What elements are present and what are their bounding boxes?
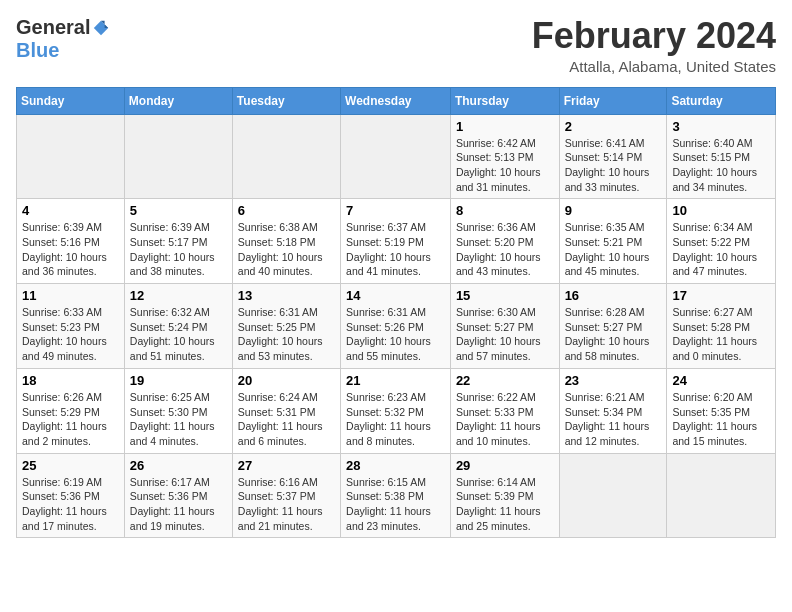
calendar-cell: 24Sunrise: 6:20 AMSunset: 5:35 PMDayligh… [667, 368, 776, 453]
calendar-cell: 2Sunrise: 6:41 AMSunset: 5:14 PMDaylight… [559, 114, 667, 199]
calendar-cell: 12Sunrise: 6:32 AMSunset: 5:24 PMDayligh… [124, 284, 232, 369]
day-info: Sunrise: 6:14 AMSunset: 5:39 PMDaylight:… [456, 475, 554, 534]
day-info: Sunrise: 6:27 AMSunset: 5:28 PMDaylight:… [672, 305, 770, 364]
day-number: 1 [456, 119, 554, 134]
day-number: 29 [456, 458, 554, 473]
day-number: 6 [238, 203, 335, 218]
location: Attalla, Alabama, United States [532, 58, 776, 75]
calendar-cell: 9Sunrise: 6:35 AMSunset: 5:21 PMDaylight… [559, 199, 667, 284]
day-number: 17 [672, 288, 770, 303]
day-number: 10 [672, 203, 770, 218]
calendar-cell: 8Sunrise: 6:36 AMSunset: 5:20 PMDaylight… [450, 199, 559, 284]
header-cell-saturday: Saturday [667, 87, 776, 114]
day-info: Sunrise: 6:24 AMSunset: 5:31 PMDaylight:… [238, 390, 335, 449]
day-info: Sunrise: 6:39 AMSunset: 5:17 PMDaylight:… [130, 220, 227, 279]
calendar-cell: 3Sunrise: 6:40 AMSunset: 5:15 PMDaylight… [667, 114, 776, 199]
day-info: Sunrise: 6:31 AMSunset: 5:26 PMDaylight:… [346, 305, 445, 364]
calendar-cell [17, 114, 125, 199]
day-number: 11 [22, 288, 119, 303]
calendar-cell [341, 114, 451, 199]
day-number: 20 [238, 373, 335, 388]
calendar-cell: 5Sunrise: 6:39 AMSunset: 5:17 PMDaylight… [124, 199, 232, 284]
header-cell-monday: Monday [124, 87, 232, 114]
day-info: Sunrise: 6:34 AMSunset: 5:22 PMDaylight:… [672, 220, 770, 279]
day-info: Sunrise: 6:30 AMSunset: 5:27 PMDaylight:… [456, 305, 554, 364]
day-info: Sunrise: 6:32 AMSunset: 5:24 PMDaylight:… [130, 305, 227, 364]
day-number: 25 [22, 458, 119, 473]
day-number: 5 [130, 203, 227, 218]
day-info: Sunrise: 6:23 AMSunset: 5:32 PMDaylight:… [346, 390, 445, 449]
calendar-cell [124, 114, 232, 199]
calendar-cell: 4Sunrise: 6:39 AMSunset: 5:16 PMDaylight… [17, 199, 125, 284]
week-row-5: 25Sunrise: 6:19 AMSunset: 5:36 PMDayligh… [17, 453, 776, 538]
day-info: Sunrise: 6:42 AMSunset: 5:13 PMDaylight:… [456, 136, 554, 195]
calendar-cell [559, 453, 667, 538]
calendar-table: SundayMondayTuesdayWednesdayThursdayFrid… [16, 87, 776, 539]
day-number: 3 [672, 119, 770, 134]
logo-blue-text: Blue [16, 39, 59, 62]
calendar-cell: 17Sunrise: 6:27 AMSunset: 5:28 PMDayligh… [667, 284, 776, 369]
header-cell-wednesday: Wednesday [341, 87, 451, 114]
day-info: Sunrise: 6:25 AMSunset: 5:30 PMDaylight:… [130, 390, 227, 449]
calendar-cell: 26Sunrise: 6:17 AMSunset: 5:36 PMDayligh… [124, 453, 232, 538]
header-cell-thursday: Thursday [450, 87, 559, 114]
day-info: Sunrise: 6:39 AMSunset: 5:16 PMDaylight:… [22, 220, 119, 279]
calendar-cell: 29Sunrise: 6:14 AMSunset: 5:39 PMDayligh… [450, 453, 559, 538]
title-block: February 2024 Attalla, Alabama, United S… [532, 16, 776, 75]
day-info: Sunrise: 6:26 AMSunset: 5:29 PMDaylight:… [22, 390, 119, 449]
calendar-cell: 19Sunrise: 6:25 AMSunset: 5:30 PMDayligh… [124, 368, 232, 453]
day-info: Sunrise: 6:35 AMSunset: 5:21 PMDaylight:… [565, 220, 662, 279]
day-number: 9 [565, 203, 662, 218]
calendar-cell: 22Sunrise: 6:22 AMSunset: 5:33 PMDayligh… [450, 368, 559, 453]
day-info: Sunrise: 6:22 AMSunset: 5:33 PMDaylight:… [456, 390, 554, 449]
calendar-cell: 20Sunrise: 6:24 AMSunset: 5:31 PMDayligh… [232, 368, 340, 453]
calendar-cell: 6Sunrise: 6:38 AMSunset: 5:18 PMDaylight… [232, 199, 340, 284]
day-number: 14 [346, 288, 445, 303]
day-info: Sunrise: 6:41 AMSunset: 5:14 PMDaylight:… [565, 136, 662, 195]
header-cell-tuesday: Tuesday [232, 87, 340, 114]
calendar-cell: 1Sunrise: 6:42 AMSunset: 5:13 PMDaylight… [450, 114, 559, 199]
header-row: SundayMondayTuesdayWednesdayThursdayFrid… [17, 87, 776, 114]
day-number: 4 [22, 203, 119, 218]
day-number: 18 [22, 373, 119, 388]
day-number: 16 [565, 288, 662, 303]
calendar-cell: 7Sunrise: 6:37 AMSunset: 5:19 PMDaylight… [341, 199, 451, 284]
calendar-body: 1Sunrise: 6:42 AMSunset: 5:13 PMDaylight… [17, 114, 776, 538]
logo-icon [92, 19, 110, 37]
day-number: 13 [238, 288, 335, 303]
week-row-3: 11Sunrise: 6:33 AMSunset: 5:23 PMDayligh… [17, 284, 776, 369]
day-number: 27 [238, 458, 335, 473]
calendar-cell: 27Sunrise: 6:16 AMSunset: 5:37 PMDayligh… [232, 453, 340, 538]
day-number: 24 [672, 373, 770, 388]
day-info: Sunrise: 6:40 AMSunset: 5:15 PMDaylight:… [672, 136, 770, 195]
day-number: 15 [456, 288, 554, 303]
day-info: Sunrise: 6:31 AMSunset: 5:25 PMDaylight:… [238, 305, 335, 364]
day-number: 12 [130, 288, 227, 303]
day-info: Sunrise: 6:15 AMSunset: 5:38 PMDaylight:… [346, 475, 445, 534]
calendar-cell: 10Sunrise: 6:34 AMSunset: 5:22 PMDayligh… [667, 199, 776, 284]
week-row-2: 4Sunrise: 6:39 AMSunset: 5:16 PMDaylight… [17, 199, 776, 284]
calendar-cell: 13Sunrise: 6:31 AMSunset: 5:25 PMDayligh… [232, 284, 340, 369]
day-info: Sunrise: 6:36 AMSunset: 5:20 PMDaylight:… [456, 220, 554, 279]
calendar-cell: 21Sunrise: 6:23 AMSunset: 5:32 PMDayligh… [341, 368, 451, 453]
calendar-cell: 28Sunrise: 6:15 AMSunset: 5:38 PMDayligh… [341, 453, 451, 538]
calendar-cell: 23Sunrise: 6:21 AMSunset: 5:34 PMDayligh… [559, 368, 667, 453]
month-year: February 2024 [532, 16, 776, 56]
day-info: Sunrise: 6:38 AMSunset: 5:18 PMDaylight:… [238, 220, 335, 279]
day-info: Sunrise: 6:21 AMSunset: 5:34 PMDaylight:… [565, 390, 662, 449]
day-info: Sunrise: 6:20 AMSunset: 5:35 PMDaylight:… [672, 390, 770, 449]
day-number: 19 [130, 373, 227, 388]
day-number: 26 [130, 458, 227, 473]
day-info: Sunrise: 6:16 AMSunset: 5:37 PMDaylight:… [238, 475, 335, 534]
logo: General Blue [16, 16, 110, 62]
day-info: Sunrise: 6:17 AMSunset: 5:36 PMDaylight:… [130, 475, 227, 534]
day-number: 22 [456, 373, 554, 388]
week-row-1: 1Sunrise: 6:42 AMSunset: 5:13 PMDaylight… [17, 114, 776, 199]
logo-general-text: General [16, 16, 90, 39]
calendar-cell: 25Sunrise: 6:19 AMSunset: 5:36 PMDayligh… [17, 453, 125, 538]
calendar-cell [667, 453, 776, 538]
calendar-header: SundayMondayTuesdayWednesdayThursdayFrid… [17, 87, 776, 114]
day-info: Sunrise: 6:19 AMSunset: 5:36 PMDaylight:… [22, 475, 119, 534]
day-number: 23 [565, 373, 662, 388]
week-row-4: 18Sunrise: 6:26 AMSunset: 5:29 PMDayligh… [17, 368, 776, 453]
